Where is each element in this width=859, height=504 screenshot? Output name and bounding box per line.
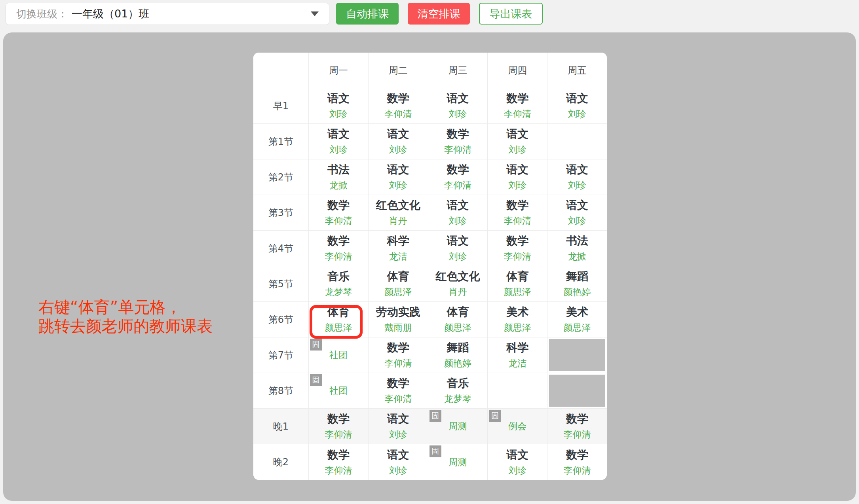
fixed-activity-cell[interactable]: 固社团 bbox=[309, 337, 369, 373]
period-label: 第1节 bbox=[253, 124, 309, 159]
teacher-text: 李仰清 bbox=[504, 216, 531, 226]
course-cell[interactable]: 语文刘珍 bbox=[428, 195, 488, 231]
table-row: 第1节语文刘珍语文刘珍数学李仰清语文刘珍 bbox=[253, 124, 607, 159]
subject-text: 数学 bbox=[327, 235, 350, 247]
day-header-3: 周三 bbox=[428, 53, 488, 88]
auto-schedule-button[interactable]: 自动排课 bbox=[336, 3, 399, 25]
course-cell[interactable]: 数学李仰清 bbox=[428, 124, 488, 159]
course-cell[interactable]: 劳动实践戴雨朋 bbox=[369, 302, 428, 337]
teacher-text: 龙掀 bbox=[568, 252, 586, 261]
course-cell[interactable]: 数学李仰清 bbox=[488, 195, 547, 231]
subject-text: 舞蹈 bbox=[447, 341, 469, 354]
course-cell[interactable]: 舞蹈颜艳婷 bbox=[547, 266, 607, 302]
course-cell[interactable]: 数学李仰清 bbox=[309, 231, 369, 266]
course-cell[interactable]: 数学李仰清 bbox=[309, 444, 369, 480]
subject-text: 语文 bbox=[566, 199, 588, 212]
course-cell[interactable]: 体育颜思泽 bbox=[309, 302, 369, 337]
empty-cell[interactable] bbox=[547, 124, 607, 159]
course-cell[interactable]: 数学李仰清 bbox=[369, 373, 428, 409]
teacher-text: 李仰清 bbox=[444, 180, 471, 190]
teacher-text: 龙梦琴 bbox=[444, 394, 471, 404]
fixed-activity-label: 周测 bbox=[449, 420, 467, 432]
course-cell[interactable]: 语文刘珍 bbox=[369, 409, 428, 444]
course-cell[interactable]: 美术颜思泽 bbox=[547, 302, 607, 337]
course-cell[interactable]: 语文刘珍 bbox=[369, 124, 428, 159]
course-cell[interactable]: 数学李仰清 bbox=[309, 409, 369, 444]
course-cell[interactable]: 语文刘珍 bbox=[369, 444, 428, 480]
subject-text: 语文 bbox=[506, 449, 528, 461]
course-cell[interactable]: 数学李仰清 bbox=[309, 195, 369, 231]
course-cell[interactable]: 数学李仰清 bbox=[369, 88, 428, 124]
course-cell[interactable]: 数学李仰清 bbox=[428, 159, 488, 195]
course-cell[interactable]: 数学李仰清 bbox=[488, 231, 547, 266]
subject-text: 语文 bbox=[387, 163, 409, 176]
course-cell[interactable]: 语文刘珍 bbox=[428, 88, 488, 124]
subject-text: 美术 bbox=[566, 306, 588, 318]
fixed-activity-cell[interactable]: 固例会 bbox=[488, 409, 547, 444]
subject-text: 数学 bbox=[566, 413, 588, 425]
course-cell[interactable]: 语文刘珍 bbox=[369, 159, 428, 195]
course-cell[interactable]: 语文刘珍 bbox=[488, 159, 547, 195]
subject-text: 红色文化 bbox=[376, 199, 420, 212]
course-cell[interactable]: 音乐龙梦琴 bbox=[428, 373, 488, 409]
course-cell[interactable]: 语文刘珍 bbox=[547, 159, 607, 195]
table-row: 第4节数学李仰清科学龙洁语文刘珍数学李仰清书法龙掀 bbox=[253, 231, 607, 266]
teacher-text: 刘珍 bbox=[508, 466, 526, 476]
course-cell[interactable]: 红色文化肖丹 bbox=[369, 195, 428, 231]
period-label: 早1 bbox=[253, 88, 309, 124]
course-cell[interactable]: 科学龙洁 bbox=[369, 231, 428, 266]
teacher-text: 刘珍 bbox=[449, 109, 467, 119]
course-cell[interactable]: 语文刘珍 bbox=[428, 231, 488, 266]
course-cell[interactable]: 语文刘珍 bbox=[309, 88, 369, 124]
subject-text: 语文 bbox=[327, 128, 350, 140]
fixed-activity-label: 周测 bbox=[449, 456, 467, 468]
teacher-text: 刘珍 bbox=[329, 109, 348, 119]
course-cell[interactable]: 语文刘珍 bbox=[547, 195, 607, 231]
class-switcher-dropdown[interactable]: 切换班级： 一年级（01）班 bbox=[6, 3, 329, 25]
export-timetable-button[interactable]: 导出课表 bbox=[479, 3, 543, 25]
course-cell[interactable]: 美术颜思泽 bbox=[488, 302, 547, 337]
day-header-1: 周一 bbox=[309, 53, 369, 88]
table-row: 第2节书法龙掀语文刘珍数学李仰清语文刘珍语文刘珍 bbox=[253, 159, 607, 195]
course-cell[interactable]: 数学李仰清 bbox=[369, 337, 428, 373]
course-cell[interactable]: 科学龙洁 bbox=[488, 337, 547, 373]
fixed-activity-cell[interactable]: 固周测 bbox=[428, 409, 488, 444]
fixed-activity-label: 社团 bbox=[329, 349, 348, 361]
course-cell[interactable]: 书法龙掀 bbox=[547, 231, 607, 266]
course-cell[interactable]: 语文刘珍 bbox=[309, 124, 369, 159]
timetable: 周一周二周三周四周五早1语文刘珍数学李仰清语文刘珍数学李仰清语文刘珍第1节语文刘… bbox=[253, 53, 607, 480]
subject-text: 数学 bbox=[387, 377, 409, 390]
clear-schedule-button[interactable]: 清空排课 bbox=[408, 3, 470, 25]
course-cell[interactable]: 音乐龙梦琴 bbox=[309, 266, 369, 302]
subject-text: 体育 bbox=[387, 270, 409, 283]
course-cell[interactable]: 语文刘珍 bbox=[547, 88, 607, 124]
course-cell[interactable]: 数学李仰清 bbox=[547, 444, 607, 480]
fixed-activity-label: 例会 bbox=[508, 420, 526, 432]
course-cell[interactable]: 红色文化肖丹 bbox=[428, 266, 488, 302]
teacher-text: 刘珍 bbox=[389, 180, 407, 190]
subject-text: 美术 bbox=[506, 306, 528, 318]
course-cell[interactable]: 语文刘珍 bbox=[488, 444, 547, 480]
course-cell[interactable]: 舞蹈颜艳婷 bbox=[428, 337, 488, 373]
subject-text: 语文 bbox=[387, 449, 409, 461]
teacher-text: 颜艳婷 bbox=[444, 358, 471, 368]
subject-text: 数学 bbox=[506, 235, 528, 247]
course-cell[interactable]: 书法龙掀 bbox=[309, 159, 369, 195]
fixed-badge: 固 bbox=[430, 445, 441, 457]
course-cell[interactable]: 语文刘珍 bbox=[488, 124, 547, 159]
course-cell[interactable]: 体育颜思泽 bbox=[369, 266, 428, 302]
course-cell[interactable]: 体育颜思泽 bbox=[428, 302, 488, 337]
teacher-text: 李仰清 bbox=[325, 252, 352, 261]
fixed-badge: 固 bbox=[310, 374, 322, 386]
fixed-activity-cell[interactable]: 固社团 bbox=[309, 373, 369, 409]
subject-text: 数学 bbox=[387, 92, 409, 105]
empty-cell[interactable] bbox=[488, 373, 547, 409]
course-cell[interactable]: 数学李仰清 bbox=[547, 409, 607, 444]
teacher-text: 李仰清 bbox=[384, 394, 412, 404]
teacher-text: 戴雨朋 bbox=[384, 323, 412, 333]
course-cell[interactable]: 数学李仰清 bbox=[488, 88, 547, 124]
fixed-activity-cell[interactable]: 固周测 bbox=[428, 444, 488, 480]
corner-cell bbox=[253, 53, 309, 88]
course-cell[interactable]: 体育颜思泽 bbox=[488, 266, 547, 302]
period-label: 第5节 bbox=[253, 266, 309, 302]
